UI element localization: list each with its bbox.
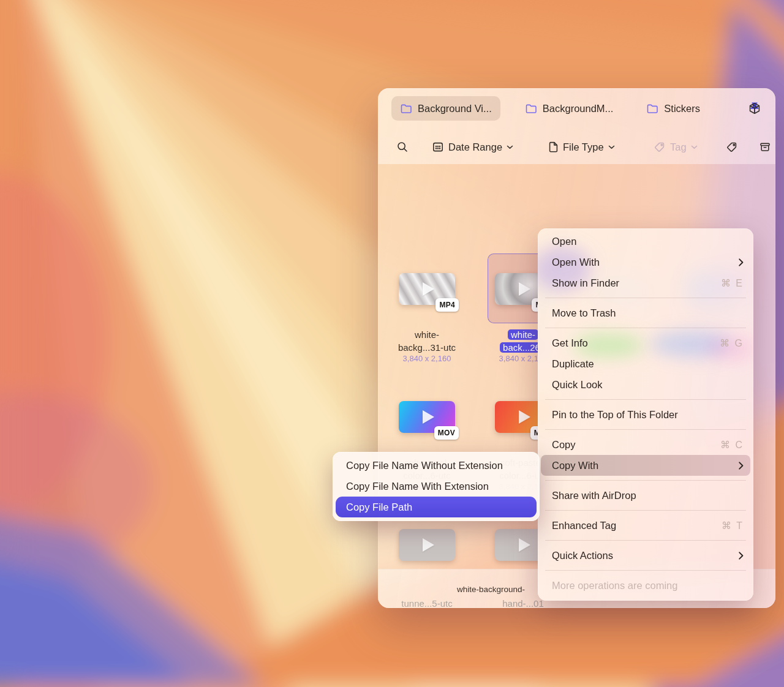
- tab-label: Stickers: [664, 103, 700, 114]
- archive-icon: [759, 141, 771, 153]
- menu-item-more-operations-are-coming: More operations are coming: [538, 575, 753, 596]
- menu-item-move-to-trash[interactable]: Move to Trash: [538, 302, 753, 323]
- submenu-item-label: Copy File Name Without Extension: [346, 460, 503, 471]
- filter-tag[interactable]: Tag: [654, 141, 698, 153]
- menu-item-quick-actions[interactable]: Quick Actions: [538, 545, 753, 566]
- menu-item-label: Quick Look: [552, 379, 603, 391]
- menu-item-get-info[interactable]: Get Info⌘ G: [538, 332, 753, 353]
- toolbar: Date RangeFile TypeTag: [378, 133, 775, 160]
- menu-item-quick-look[interactable]: Quick Look: [538, 374, 753, 395]
- filter-label: Date Range: [448, 141, 502, 153]
- menu-shortcut: ⌘ T: [722, 520, 744, 531]
- tag-button[interactable]: [726, 133, 738, 160]
- menu-item-show-in-finder[interactable]: Show in Finder⌘ E: [538, 272, 753, 293]
- menu-item-label: Move to Trash: [552, 307, 616, 319]
- play-icon: [423, 282, 434, 296]
- chevron-right-icon: [739, 258, 744, 266]
- menu-item-label: Quick Actions: [552, 550, 613, 561]
- menu-item-label: Pin to the Top of This Folder: [552, 409, 678, 421]
- package-icon: [748, 102, 761, 115]
- menu-divider: [545, 480, 746, 481]
- search-button[interactable]: [396, 133, 409, 160]
- video-thumbnail: MP4: [399, 273, 455, 305]
- copy-with-submenu: Copy File Name Without ExtensionCopy Fil…: [333, 452, 540, 521]
- menu-divider: [545, 510, 746, 511]
- filter-label: File Type: [563, 141, 604, 153]
- tag-icon: [726, 141, 738, 153]
- chevron-right-icon: [739, 462, 744, 470]
- menu-divider: [545, 429, 746, 430]
- format-badge: MOV: [434, 426, 459, 440]
- submenu-item-copy-file-path[interactable]: Copy File Path: [336, 497, 537, 517]
- calendar-icon: [432, 141, 444, 153]
- chevron-right-icon: [739, 552, 744, 560]
- menu-item-label: Open: [552, 236, 576, 247]
- menu-shortcut: ⌘ C: [720, 439, 744, 451]
- tab-backgroundm[interactable]: BackgroundM...: [516, 96, 622, 121]
- menu-item-pin-to-the-top-of-this-folder[interactable]: Pin to the Top of This Folder: [538, 404, 753, 425]
- file-icon: [548, 141, 559, 153]
- menu-divider: [545, 570, 746, 571]
- menu-item-label: Get Info: [552, 337, 588, 349]
- folder-icon: [646, 102, 658, 114]
- title-actions: [741, 96, 775, 121]
- menu-item-label: Open With: [552, 257, 600, 268]
- video-thumbnail: [399, 529, 455, 561]
- menu-item-enhanced-tag[interactable]: Enhanced Tag⌘ T: [538, 515, 753, 536]
- chevron-down-icon: [507, 145, 513, 149]
- tab-label: Background Vi...: [418, 103, 492, 114]
- tab-label: BackgroundM...: [543, 103, 614, 114]
- file-item[interactable]: MP4white-backg...31-utc3,840 x 2,160: [384, 273, 470, 389]
- submenu-item-label: Copy File Name With Extension: [346, 481, 489, 492]
- menu-item-share-with-airdrop[interactable]: Share with AirDrop: [538, 485, 753, 506]
- file-dimensions: 3,840 x 2,160: [384, 354, 470, 363]
- menu-divider: [545, 399, 746, 400]
- submenu-item-copy-file-name-with-extension[interactable]: Copy File Name With Extension: [333, 476, 540, 497]
- filter-label: Tag: [670, 141, 687, 153]
- submenu-item-copy-file-name-without-extension[interactable]: Copy File Name Without Extension: [333, 455, 540, 476]
- video-thumbnail: MOV: [399, 401, 455, 433]
- filter-date-range[interactable]: Date Range: [432, 141, 513, 153]
- folder-icon: [525, 102, 537, 114]
- tab-stickers[interactable]: Stickers: [638, 96, 709, 121]
- chevron-down-icon: [691, 145, 698, 149]
- menu-item-copy[interactable]: Copy⌘ C: [538, 434, 753, 455]
- play-icon: [519, 410, 530, 424]
- folder-icon: [400, 102, 412, 114]
- menu-shortcut: ⌘ G: [720, 337, 744, 349]
- play-icon: [423, 410, 434, 424]
- context-menu: OpenOpen WithShow in Finder⌘ EMove to Tr…: [538, 228, 753, 601]
- format-badge: MP4: [435, 298, 459, 312]
- archive-button[interactable]: [759, 133, 771, 160]
- menu-item-duplicate[interactable]: Duplicate: [538, 353, 753, 374]
- menu-divider: [545, 540, 746, 541]
- menu-item-label: Show in Finder: [552, 277, 619, 289]
- play-icon: [423, 538, 434, 552]
- submenu-item-label: Copy File Path: [346, 501, 412, 513]
- menu-item-label: More operations are coming: [552, 580, 677, 591]
- status-filename: white-background-: [457, 584, 525, 593]
- tag-icon: [654, 141, 666, 153]
- file-name: white-backg...31-utc: [384, 328, 470, 354]
- tab-background-vi[interactable]: Background Vi...: [391, 96, 500, 121]
- menu-divider: [545, 298, 746, 298]
- menu-shortcut: ⌘ E: [721, 277, 744, 289]
- menu-item-open[interactable]: Open: [538, 231, 753, 252]
- play-icon: [519, 282, 530, 296]
- chevron-down-icon: [608, 145, 615, 149]
- menu-divider: [545, 328, 746, 328]
- package-button[interactable]: [741, 96, 768, 121]
- menu-item-label: Duplicate: [552, 358, 594, 370]
- menu-item-open-with[interactable]: Open With: [538, 252, 753, 272]
- menu-item-label: Copy With: [552, 460, 598, 471]
- menu-item-label: Share with AirDrop: [552, 490, 636, 501]
- folder-tabs: Background Vi...BackgroundM...Stickers: [391, 96, 709, 121]
- menu-item-copy-with[interactable]: Copy With: [541, 455, 750, 476]
- play-icon: [519, 538, 530, 552]
- search-icon: [396, 141, 409, 153]
- menu-item-label: Copy: [552, 439, 576, 451]
- menu-item-label: Enhanced Tag: [552, 520, 616, 531]
- filter-file-type[interactable]: File Type: [548, 141, 615, 153]
